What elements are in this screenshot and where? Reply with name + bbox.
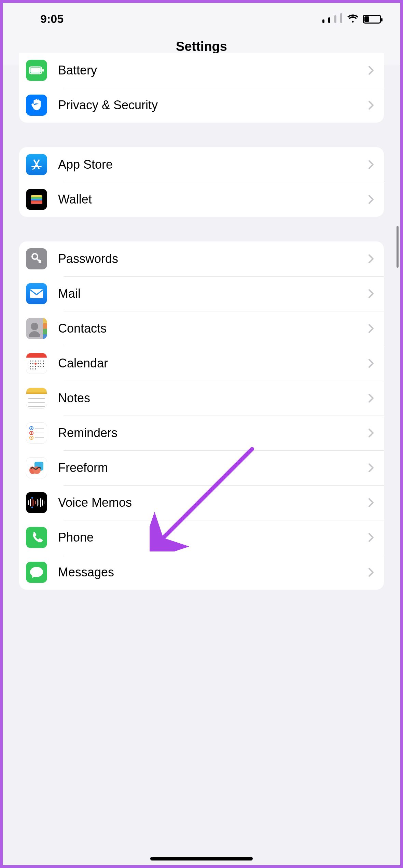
svg-point-32 (40, 363, 41, 364)
settings-group: App Store Wallet (19, 147, 384, 217)
mail-icon (26, 283, 47, 304)
svg-point-28 (43, 361, 44, 362)
svg-point-37 (38, 366, 39, 367)
row-label: Notes (58, 391, 368, 405)
chevron-right-icon (368, 463, 374, 473)
svg-point-50 (31, 428, 32, 429)
status-bar: 9:05 (3, 3, 400, 32)
battery-icon (26, 60, 47, 81)
cellular-signal-icon (322, 12, 343, 26)
svg-point-29 (30, 363, 31, 364)
row-label: Wallet (58, 192, 368, 207)
row-label: Calendar (58, 356, 368, 370)
svg-point-35 (32, 366, 33, 367)
chevron-right-icon (368, 195, 374, 204)
freeform-icon (26, 457, 47, 478)
wifi-icon (347, 12, 359, 26)
row-label: Privacy & Security (58, 98, 368, 112)
chevron-right-icon (368, 498, 374, 507)
status-indicators (322, 12, 381, 26)
svg-rect-12 (31, 200, 42, 201)
svg-rect-22 (26, 353, 47, 358)
row-label: Reminders (58, 426, 368, 440)
svg-point-30 (32, 363, 33, 364)
messages-icon (26, 562, 47, 583)
settings-row-mail[interactable]: Mail (19, 276, 384, 311)
row-label: Freeform (58, 461, 368, 475)
settings-list: Battery Privacy & Security App (3, 53, 400, 590)
svg-point-25 (35, 361, 36, 362)
row-label: App Store (58, 157, 368, 172)
row-label: Passwords (58, 252, 368, 266)
svg-point-42 (35, 368, 36, 369)
svg-point-27 (40, 361, 41, 362)
reminders-icon (26, 422, 47, 444)
svg-point-31 (38, 363, 39, 364)
chevron-right-icon (368, 66, 374, 75)
settings-row-wallet[interactable]: Wallet (19, 182, 384, 217)
settings-row-privacy[interactable]: Privacy & Security (19, 88, 384, 123)
svg-point-41 (32, 368, 33, 369)
settings-row-appstore[interactable]: App Store (19, 147, 384, 182)
svg-rect-19 (43, 323, 47, 329)
key-icon (26, 248, 47, 269)
svg-point-34 (30, 366, 31, 367)
row-label: Voice Memos (58, 495, 368, 510)
svg-point-24 (32, 361, 33, 362)
row-label: Contacts (58, 321, 368, 336)
voicememos-icon (26, 492, 47, 513)
chevron-right-icon (368, 568, 374, 577)
settings-row-passwords[interactable]: Passwords (19, 241, 384, 276)
svg-point-17 (31, 323, 38, 330)
row-label: Messages (58, 565, 368, 579)
svg-point-26 (38, 361, 39, 362)
settings-row-reminders[interactable]: Reminders (19, 416, 384, 450)
svg-point-33 (43, 363, 44, 364)
svg-point-36 (35, 366, 36, 367)
settings-row-phone[interactable]: Phone (19, 520, 384, 555)
svg-point-14 (34, 255, 36, 257)
chevron-right-icon (368, 100, 374, 110)
notes-icon (26, 388, 47, 409)
settings-row-battery[interactable]: Battery (19, 53, 384, 88)
svg-point-71 (31, 507, 33, 508)
settings-group: Passwords Mail Contacts (19, 241, 384, 590)
svg-point-39 (43, 366, 44, 367)
contacts-icon (26, 318, 47, 339)
svg-point-53 (31, 432, 32, 434)
svg-point-7 (33, 169, 33, 170)
svg-rect-20 (43, 329, 47, 334)
svg-rect-45 (26, 393, 47, 394)
chevron-right-icon (368, 428, 374, 438)
battery-icon (363, 15, 381, 24)
settings-row-voicememos[interactable]: Voice Memos (19, 485, 384, 520)
chevron-right-icon (368, 289, 374, 298)
phone-icon (26, 527, 47, 548)
settings-row-contacts[interactable]: Contacts (19, 311, 384, 346)
row-label: Battery (58, 63, 368, 78)
chevron-right-icon (368, 359, 374, 368)
svg-rect-2 (42, 69, 44, 72)
svg-rect-15 (30, 289, 43, 298)
svg-point-56 (31, 437, 32, 438)
home-indicator[interactable] (150, 857, 253, 860)
settings-row-messages[interactable]: Messages (19, 555, 384, 590)
chevron-right-icon (368, 393, 374, 403)
chevron-right-icon (368, 533, 374, 542)
svg-rect-1 (30, 68, 41, 73)
settings-row-notes[interactable]: Notes (19, 381, 384, 416)
settings-group: Battery Privacy & Security (19, 53, 384, 123)
settings-row-calendar[interactable]: Calendar (19, 346, 384, 381)
chevron-right-icon (368, 160, 374, 169)
hand-privacy-icon (26, 95, 47, 116)
appstore-icon (26, 154, 47, 175)
status-time: 9:05 (40, 12, 64, 26)
chevron-right-icon (368, 254, 374, 264)
svg-point-23 (30, 361, 31, 362)
settings-row-freeform[interactable]: Freeform (19, 450, 384, 485)
svg-point-38 (40, 366, 41, 367)
scroll-indicator[interactable] (397, 226, 399, 268)
wallet-icon (26, 189, 47, 210)
row-label: Phone (58, 530, 368, 545)
chevron-right-icon (368, 324, 374, 333)
